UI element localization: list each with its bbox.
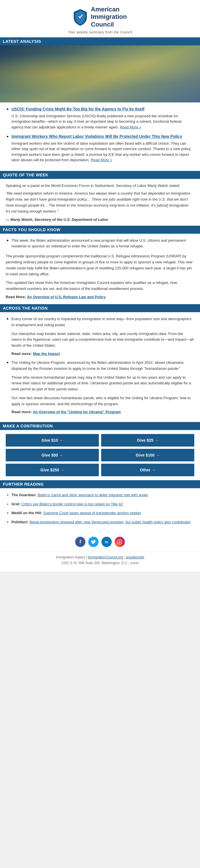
header-tagline: Your weekly summary from the Council [11,30,189,34]
article-body-1: U.S. Citizenship and Immigration Service… [11,113,194,130]
across-nation-readmore-2: Read more: An Overview of the "Uniting f… [11,410,194,414]
quote-intro: Speaking on a panel at the World Economi… [6,183,194,189]
quote-week-content: Speaking on a panel at the World Economi… [0,179,200,226]
further-item-1: The Guardian: Biden's 'carrot and stick'… [11,492,194,498]
article-read-more-1[interactable]: Read More » [120,125,141,129]
give-100-button[interactable]: Give $100 → [101,449,194,461]
across-nation-readmore-1: Read more: Map the Impact [11,351,194,356]
facts-read-more-link[interactable]: An Overview of U.S. Refugee Law and Poli… [27,295,106,299]
instagram-icon[interactable] [115,537,125,547]
give-250-button[interactable]: Give $250 → [6,464,99,476]
hero-image-inner [0,45,200,102]
org-name: American Immigration Council [91,6,127,28]
logo-area: American Immigration Council [11,6,189,28]
across-nation-link-2[interactable]: An Overview of the "Uniting for Ukraine"… [33,410,121,414]
facts-header: FACTS YOU SHOULD KNOW [0,226,200,234]
contribution-header: MAKE A CONTRIBUTION [0,422,200,430]
twitter-icon[interactable] [88,537,98,547]
facts-para-3: This updated fact sheet from the America… [6,280,194,292]
further-item-4: Politifact: Illegal immigration dropped … [11,519,194,525]
give-10-button[interactable]: Give $10 → [6,434,99,446]
across-nation-para-2-1: Those who receive humanitarian parole ma… [11,375,194,392]
across-nation-para-1-1: Our interactive map breaks down national… [11,331,194,349]
further-link-2[interactable]: Critics say Biden's border control plan … [22,502,123,506]
further-link-3[interactable]: Supreme Court hears appeal of transgende… [43,511,141,515]
facts-para-2: The private sponsorship program compleme… [6,253,194,277]
footer-line-1: Immigration Impact | ImmigrationCouncil.… [6,555,194,560]
email-footer: Immigration Impact | ImmigrationCouncil.… [0,552,200,571]
hero-image [0,45,200,102]
email-header: American Immigration Council Your weekly… [0,0,200,37]
article-title-1[interactable]: USCIS' Funding Crisis Might Be Too Big f… [11,106,194,112]
further-reading-content: The Guardian: Biden's 'carrot and stick'… [0,488,200,532]
facts-content: This week, the Biden administration anno… [0,234,200,304]
social-bar: f in [0,532,200,552]
email-container: American Immigration Council Your weekly… [0,0,200,571]
give-50-button[interactable]: Give $50 → [6,449,99,461]
across-nation-item-1: Every corner of our country is impacted … [11,316,194,356]
facebook-icon[interactable]: f [75,537,85,547]
give-other-button[interactable]: Other → [101,464,194,476]
across-nation-content: Every corner of our country is impacted … [0,312,200,422]
logo-text: American Immigration Council [91,6,127,28]
quote-attribution: — Marty Walsh, Secretary of the U.S. Dep… [6,217,194,222]
across-nation-header: ACROSS THE NATION [0,304,200,312]
further-item-3: Medill on the Hill: Supreme Court hears … [11,510,194,516]
article-read-more-2[interactable]: Read More » [91,158,112,162]
svg-rect-0 [118,540,122,544]
further-source-1: The Guardian: [11,493,36,497]
article-title-2[interactable]: Immigrant Workers Who Report Labor Viola… [11,134,194,140]
further-item-2: Grid: Critics say Biden's border control… [11,501,194,507]
further-link-4[interactable]: Illegal immigration dropped after new Ve… [29,520,191,524]
latest-analysis-list: USCIS' Funding Crisis Might Be Too Big f… [6,106,194,163]
footer-unsubscribe-link[interactable]: unsubscribe [126,555,144,559]
across-nation-para-2-2: Our new fact sheet discusses humanitaria… [11,395,194,407]
linkedin-icon[interactable]: in [102,537,112,547]
across-nation-list: Every corner of our country is impacted … [6,316,194,414]
contribution-grid: Give $10 → Give $25 → Give $50 → Give $1… [0,430,200,480]
article-item-1: USCIS' Funding Crisis Might Be Too Big f… [11,106,194,130]
article-body-2: Immigrant workers who are the victims of… [11,141,194,163]
across-nation-para-2-0: The Uniting for Ukraine Program, announc… [11,360,194,372]
latest-analysis-header: LATEST ANALYSIS [0,37,200,45]
shield-logo-icon [73,8,87,26]
across-nation-item-2: The Uniting for Ukraine Program, announc… [11,360,194,414]
further-source-3: Medill on the Hill: [11,511,42,515]
further-source-4: Politifact: [11,520,28,524]
article-item-2: Immigrant Workers Who Report Labor Viola… [11,134,194,163]
facts-read-more: Read More: An Overview of U.S. Refugee L… [6,295,194,299]
quote-text: "We need immigration reform in America. … [6,191,194,214]
latest-analysis-content: USCIS' Funding Crisis Might Be Too Big f… [0,102,200,171]
across-nation-link-1[interactable]: Map the Impact [33,351,60,356]
across-nation-para-1-0: Every corner of our country is impacted … [11,316,194,328]
facts-item-1: This week, the Biden administration anno… [11,238,194,250]
further-link-1[interactable]: Biden's 'carrot and stick' approach to d… [38,493,148,497]
facts-para-1: This week, the Biden administration anno… [11,238,194,250]
footer-line-2: 1331 G St. NW Suite 200, Washington, D.C… [6,560,194,566]
quote-week-header: QUOTE OF THE WEEK [0,171,200,179]
facts-list: This week, the Biden administration anno… [6,238,194,250]
further-reading-header: FURTHER READING [0,480,200,488]
footer-website-link[interactable]: ImmigrationCouncil.org [88,555,123,559]
further-reading-list: The Guardian: Biden's 'carrot and stick'… [6,492,194,525]
further-source-2: Grid: [11,502,20,506]
give-25-button[interactable]: Give $25 → [101,434,194,446]
